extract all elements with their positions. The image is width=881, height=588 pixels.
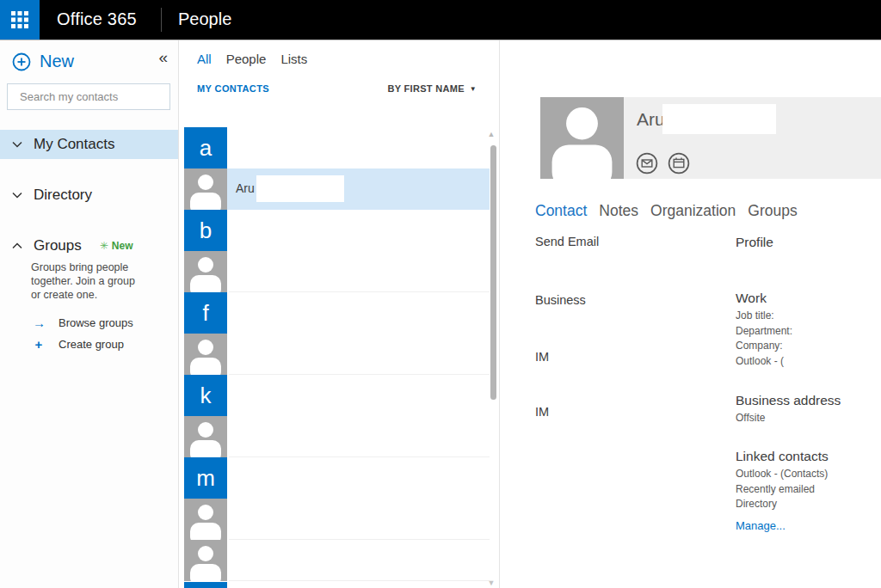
letter-group-header: k xyxy=(184,375,490,416)
contact-row[interactable] xyxy=(184,251,490,292)
tab-all[interactable]: All xyxy=(197,52,212,66)
office365-people-app: Office 365 People New « My Contacts xyxy=(0,0,881,588)
sidebar-item-label: My Contacts xyxy=(34,136,114,153)
new-button-label: New xyxy=(40,52,74,71)
quick-actions xyxy=(636,152,690,175)
business-address-heading: Business address xyxy=(736,393,881,408)
page-title: People xyxy=(178,9,231,29)
person-avatar-icon xyxy=(540,97,624,179)
sidebar-item-label: Groups xyxy=(34,237,82,254)
manage-link[interactable]: Manage... xyxy=(736,519,881,532)
linked-contact-line: Recently emailed xyxy=(736,482,881,498)
work-detail-line: Company: xyxy=(736,339,881,354)
business-address-section: Business address Offsite xyxy=(736,393,881,426)
arrow-right-icon: → xyxy=(33,315,45,330)
work-detail-line: Department: xyxy=(736,324,881,340)
work-heading: Work xyxy=(736,291,881,306)
scrollbar-up-button[interactable]: ▲ xyxy=(484,130,498,138)
tab-people[interactable]: People xyxy=(226,52,267,66)
search-input[interactable] xyxy=(20,90,171,103)
redaction-overlay xyxy=(256,175,344,202)
work-detail-line: Outlook - ( xyxy=(736,354,881,370)
tab-groups[interactable]: Groups xyxy=(748,202,797,220)
sidebar-item-groups[interactable]: Groups ✳ New xyxy=(0,231,178,260)
letter-group-header: a xyxy=(184,127,490,168)
contact-row[interactable] xyxy=(184,416,490,457)
caret-down-icon: ▼ xyxy=(470,85,477,93)
linked-contacts-section: Linked contacts Outlook - (Contacts) Rec… xyxy=(736,449,881,532)
contact-list-pane: All People Lists MY CONTACTS BY FIRST NA… xyxy=(178,40,500,588)
create-group-link[interactable]: + Create group xyxy=(33,337,124,352)
letter-group-header: f xyxy=(184,292,490,334)
brand-title[interactable]: Office 365 xyxy=(57,9,137,29)
send-email-link[interactable]: Send Email xyxy=(535,235,599,248)
plus-circle-icon xyxy=(12,52,31,71)
letter-tile: b xyxy=(184,210,227,251)
person-avatar-icon xyxy=(184,540,227,581)
redaction-overlay xyxy=(662,104,776,134)
collapse-pane-button[interactable]: « xyxy=(158,48,168,67)
topbar-divider xyxy=(161,8,162,32)
address-line: Offsite xyxy=(736,411,881,426)
contact-detail-pane: Aru Contact Notes Organization Groups Se… xyxy=(501,40,881,588)
app-launcher-button[interactable] xyxy=(0,0,40,40)
list-filter-tabs: All People Lists xyxy=(197,52,307,66)
letter-tile: k xyxy=(184,375,227,416)
profile-section: Profile xyxy=(736,235,881,253)
top-bar: Office 365 People xyxy=(0,0,881,40)
sort-dropdown[interactable]: BY FIRST NAME ▼ xyxy=(388,83,477,94)
sidebar: New « My Contacts Directory xyxy=(0,40,178,588)
business-label: Business xyxy=(535,293,586,307)
contact-detail-name: Aru xyxy=(637,109,665,130)
tab-notes[interactable]: Notes xyxy=(599,202,638,220)
letter-tile: f xyxy=(184,292,227,334)
contact-name: Aru xyxy=(236,181,255,195)
tab-lists[interactable]: Lists xyxy=(280,52,307,66)
groups-description: Groups bring people together. Join a gro… xyxy=(31,260,145,302)
sidebar-item-directory[interactable]: Directory xyxy=(0,181,178,210)
sort-label: BY FIRST NAME xyxy=(388,83,465,94)
calendar-icon[interactable] xyxy=(668,152,690,175)
letter-tile: m xyxy=(184,457,227,499)
list-title: MY CONTACTS xyxy=(197,83,269,94)
app-launcher-grid-icon xyxy=(11,11,28,28)
tab-contact[interactable]: Contact xyxy=(535,202,587,220)
person-avatar-icon xyxy=(184,251,227,292)
contact-row[interactable]: Aru xyxy=(184,168,490,210)
contact-row[interactable] xyxy=(184,540,490,581)
letter-group-header: m xyxy=(184,457,490,499)
im-label: IM xyxy=(535,350,549,364)
badge-label: New xyxy=(112,240,133,252)
browse-groups-label: Browse groups xyxy=(59,316,133,329)
contact-row[interactable] xyxy=(184,334,490,375)
linked-contact-line: Outlook - (Contacts) xyxy=(736,467,881,482)
person-avatar-icon xyxy=(184,168,227,210)
chevron-down-icon xyxy=(12,192,22,199)
work-section: Work Job title: Department: Company: Out… xyxy=(736,291,881,369)
work-detail-line: Job title: xyxy=(736,309,881,324)
sidebar-item-label: Directory xyxy=(34,187,92,204)
new-contact-button[interactable]: New xyxy=(12,52,74,71)
letter-tile: a xyxy=(184,127,227,168)
sidebar-item-my-contacts[interactable]: My Contacts xyxy=(0,130,178,159)
linked-contacts-heading: Linked contacts xyxy=(736,449,881,464)
scrollbar-thumb[interactable] xyxy=(490,145,496,400)
im-label: IM xyxy=(535,405,549,419)
plus-icon: + xyxy=(33,337,45,352)
send-email-icon[interactable] xyxy=(636,152,658,175)
browse-groups-link[interactable]: → Browse groups xyxy=(33,315,133,330)
person-avatar-icon xyxy=(184,334,227,375)
chevron-down-icon xyxy=(12,141,22,148)
create-group-label: Create group xyxy=(59,338,124,351)
new-feature-badge: ✳ New xyxy=(100,240,133,252)
contact-row[interactable] xyxy=(184,499,490,540)
letter-group-header: b xyxy=(184,210,490,251)
search-box xyxy=(7,83,170,110)
asterisk-icon: ✳ xyxy=(100,240,108,252)
person-avatar-icon xyxy=(184,499,227,540)
detail-tabs: Contact Notes Organization Groups xyxy=(535,202,798,220)
letter-tile-partial xyxy=(184,582,227,588)
scrollbar-down-button[interactable]: ▼ xyxy=(484,579,498,587)
person-avatar-icon xyxy=(184,416,227,457)
tab-organization[interactable]: Organization xyxy=(650,202,736,220)
